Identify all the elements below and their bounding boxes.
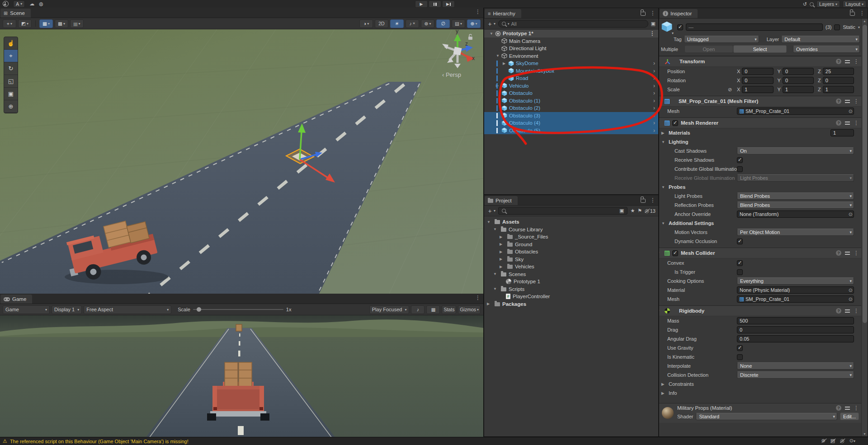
tag-dropdown[interactable]: Untagged xyxy=(684,36,759,43)
is-trigger-checkbox[interactable] xyxy=(737,269,743,275)
foldout-arrow[interactable] xyxy=(659,309,662,313)
shader-dropdown[interactable]: Standard xyxy=(696,413,837,420)
foldout-arrow[interactable] xyxy=(500,265,505,269)
lighting-group[interactable]: Lighting xyxy=(659,137,862,146)
rotation-y-field[interactable]: 0 xyxy=(783,77,814,84)
interpolate-dropdown[interactable]: None xyxy=(737,362,854,370)
prefab-chevron-icon[interactable] xyxy=(653,120,658,126)
lock-icon[interactable] xyxy=(641,199,646,203)
foldout-arrow[interactable] xyxy=(500,250,505,254)
scale-tool[interactable]: ◱ xyxy=(4,75,18,88)
mesh-object-field[interactable]: SM_Prop_Crate_01 xyxy=(737,108,854,115)
convex-checkbox[interactable] xyxy=(737,260,743,266)
project-item-obstacles[interactable]: Obstacles xyxy=(484,248,658,256)
presets-icon[interactable] xyxy=(845,251,850,255)
scene-canvas[interactable]: y z x ‹ Persp ☝ ⌖ ↻ ◱ ▣ ⊕ xyxy=(0,29,483,294)
use-gravity-checkbox[interactable] xyxy=(737,345,743,351)
move-tool[interactable]: ⌖ xyxy=(4,50,18,62)
project-item-assets[interactable]: Assets xyxy=(484,218,658,226)
step-button[interactable]: ▶ xyxy=(442,0,455,8)
hierarchy-item-obstaculo-5[interactable]: Obstaculo (5) xyxy=(484,127,658,135)
status-bar[interactable]: ⚠ The referenced script on this Behaviou… xyxy=(0,437,868,445)
project-item-scripts[interactable]: Scripts xyxy=(484,286,658,293)
foldout-arrow[interactable] xyxy=(661,140,667,144)
foldout-arrow[interactable] xyxy=(661,391,667,395)
component-enabled-checkbox[interactable] xyxy=(672,250,678,256)
receive-shadows-checkbox[interactable] xyxy=(737,157,743,163)
disabled-ai-icon[interactable]: ⊛ xyxy=(821,438,826,444)
probes-group[interactable]: Probes xyxy=(659,183,862,192)
angular-drag-field[interactable]: 0.05 xyxy=(737,335,854,342)
foldout-arrow[interactable] xyxy=(659,99,662,103)
transform-tool[interactable]: ⊕ xyxy=(4,100,18,113)
kebab-icon[interactable]: ⋮ xyxy=(854,121,859,125)
presets-icon[interactable] xyxy=(845,59,850,64)
tab-project[interactable]: Project xyxy=(485,196,518,205)
position-y-field[interactable]: 0 xyxy=(783,68,814,75)
hierarchy-item-obstaculo[interactable]: Obstaculo xyxy=(484,89,658,97)
prefab-chevron-icon[interactable] xyxy=(653,105,658,111)
game-gizmos-dropdown[interactable]: Gizmos▾ xyxy=(458,305,481,314)
motion-vectors-dropdown[interactable]: Per Object Motion xyxy=(737,229,854,236)
foldout-arrow[interactable] xyxy=(493,272,499,276)
plastic-scm-icon[interactable]: ◍ xyxy=(39,1,43,7)
grid-snapping-button[interactable]: ▦▾ xyxy=(39,19,53,28)
collision-detection-dropdown[interactable]: Discrete xyxy=(737,371,854,379)
mass-field[interactable]: 500 xyxy=(737,317,854,324)
prefab-chevron-icon[interactable] xyxy=(653,90,658,96)
cooking-options-dropdown[interactable]: Everything xyxy=(737,277,854,285)
play-button[interactable]: ▶ xyxy=(415,0,428,8)
gizmos-toggle-dropdown[interactable]: ⊕▾ xyxy=(467,19,481,28)
name-field[interactable]: — xyxy=(686,23,823,31)
hierarchy-item-vehiculo[interactable]: Vehiculo xyxy=(484,82,658,90)
dynamic-occlusion-checkbox[interactable] xyxy=(737,239,743,244)
hierarchy-item-skydome[interactable]: SkyDome xyxy=(484,60,658,67)
project-search-input[interactable]: ▣ xyxy=(498,207,627,215)
hierarchy-item-mountainskybox[interactable]: MountainSkybox xyxy=(484,67,658,75)
search-by-type-icon[interactable]: ★ xyxy=(630,208,635,214)
presets-icon[interactable] xyxy=(845,121,850,125)
game-display-mode-dropdown[interactable]: Game▾ xyxy=(3,305,50,314)
prefab-chevron-icon[interactable] xyxy=(653,112,658,119)
scene-visibility-button[interactable]: ∅ xyxy=(436,19,450,28)
foldout-arrow[interactable] xyxy=(661,185,667,189)
foldout-arrow[interactable] xyxy=(500,257,505,261)
layers-dropdown[interactable]: Layers▾ xyxy=(816,0,840,8)
component-enabled-checkbox[interactable] xyxy=(672,120,678,126)
stats-button[interactable]: Stats xyxy=(442,305,456,314)
scene-audio-button[interactable]: ♪✕ xyxy=(406,19,419,28)
mute-audio-button[interactable]: ♪ xyxy=(411,305,425,314)
material-sphere-icon[interactable] xyxy=(662,407,674,419)
open-prefab-button[interactable]: Open xyxy=(684,45,733,53)
static-checkbox[interactable] xyxy=(834,24,840,30)
snap-settings-button[interactable]: ꞁꞁꞁ▾ xyxy=(70,19,84,28)
prefab-chevron-icon[interactable] xyxy=(653,98,658,104)
aspect-ratio-dropdown[interactable]: Free Aspect▾ xyxy=(84,305,171,314)
tab-game[interactable]: Game xyxy=(0,295,32,304)
help-icon[interactable]: ? xyxy=(836,250,841,256)
foldout-arrow[interactable] xyxy=(661,131,667,135)
project-item-course-library[interactable]: Course Library xyxy=(484,226,658,234)
prefab-chevron-icon[interactable] xyxy=(653,75,658,81)
display-dropdown[interactable]: Display 1▾ xyxy=(52,305,82,314)
help-icon[interactable]: ? xyxy=(836,98,841,104)
presets-icon[interactable] xyxy=(845,99,850,103)
kebab-icon[interactable]: ⋮ xyxy=(854,251,859,255)
kebab-icon[interactable]: ⋮ xyxy=(854,406,859,410)
scrollbar-thumb[interactable] xyxy=(863,25,867,323)
foldout-arrow[interactable] xyxy=(661,382,667,386)
object-picker-icon[interactable] xyxy=(849,287,853,293)
help-icon[interactable]: ? xyxy=(836,308,841,314)
rect-tool[interactable]: ▣ xyxy=(4,88,18,100)
kebab-icon[interactable]: ⋮ xyxy=(859,11,865,15)
hierarchy-item-obstaculo-3[interactable]: Obstaculo (3) xyxy=(484,112,658,120)
cast-shadows-dropdown[interactable]: On xyxy=(737,147,854,155)
scale-z-field[interactable]: 1 xyxy=(823,86,854,93)
tool-handle-position-dropdown[interactable]: ⌖▾ xyxy=(3,19,16,28)
hierarchy-item-obstaculo-2[interactable]: Obstaculo (2) xyxy=(484,104,658,112)
is-kinematic-checkbox[interactable] xyxy=(737,354,743,360)
shading-mode-dropdown[interactable]: ◑▾ xyxy=(359,19,373,28)
foldout-arrow[interactable] xyxy=(659,121,662,125)
hierarchy-item-obstaculo-4[interactable]: Obstaculo (4) xyxy=(484,119,658,127)
static-dropdown-caret[interactable]: ▾ xyxy=(858,25,860,29)
